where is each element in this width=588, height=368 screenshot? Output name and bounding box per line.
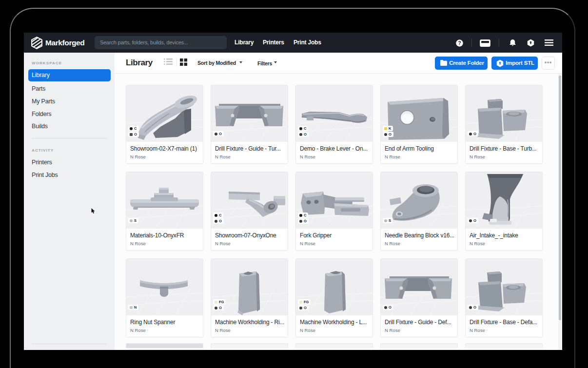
svg-text:?: ?	[458, 40, 461, 46]
